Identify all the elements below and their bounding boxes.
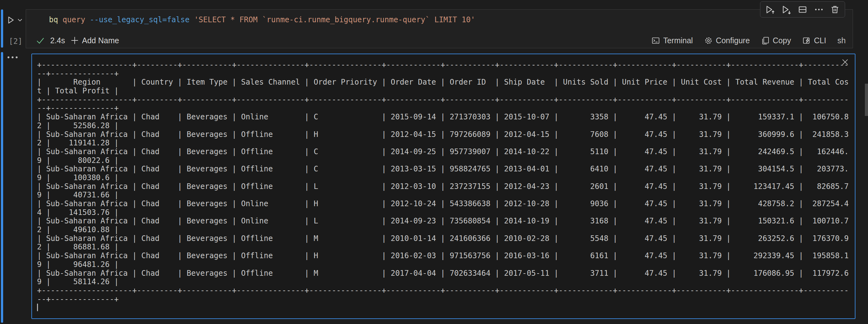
dot-icon — [11, 57, 13, 58]
cli-lightning-icon — [802, 36, 811, 45]
check-icon — [36, 37, 44, 44]
command-line[interactable]: bq query --use_legacy_sql=false 'SELECT … — [49, 14, 475, 25]
execution-duration: 2.4s — [50, 36, 65, 45]
output-menu-button[interactable] — [7, 55, 18, 60]
language-picker[interactable]: sh — [838, 36, 846, 45]
add-name-label: Add Name — [82, 36, 119, 45]
terminal-line: | Sub-Saharan Africa | Chad | Beverages … — [37, 165, 852, 174]
terminal-label: Terminal — [663, 36, 692, 45]
plus-icon — [71, 36, 79, 45]
terminal-line: | Sub-Saharan Africa | Chad | Beverages … — [37, 217, 852, 226]
terminal-line: t | Total Profit | — [37, 87, 852, 96]
terminal-line: 9 | 80022.6 | — [37, 156, 852, 165]
terminal-output: +--------------------+---------+--------… — [37, 61, 852, 317]
cli-button[interactable]: CLI — [802, 36, 826, 45]
cell-output-terminal[interactable]: +--------------------+---------+--------… — [31, 53, 856, 319]
terminal-line: 4 | 141503.76 | — [37, 208, 852, 217]
command-token: 'SELECT * FROM `runme-ci.runme_bigquery.… — [194, 15, 475, 24]
split-cell-button[interactable] — [798, 5, 807, 14]
play-icon — [7, 16, 15, 25]
terminal-line: +--------------------+---------+--------… — [37, 61, 852, 70]
code-cell: bq query --use_legacy_sql=false 'SELECT … — [26, 9, 853, 48]
terminal-line: 2 | 49610.88 | — [37, 226, 852, 235]
terminal-line: +--------------------+---------+--------… — [37, 96, 852, 104]
terminal-line: | Region | Country | Item Type | Sales C… — [37, 78, 852, 87]
cli-label: CLI — [814, 36, 826, 45]
cell-status-bar: 2.4s Add Name Terminal — [26, 33, 852, 48]
add-name-button[interactable]: Add Name — [71, 36, 119, 45]
notebook-stage: [2] bq query --use_legacy_sql=false 'SEL… — [0, 0, 868, 324]
terminal-line: | Sub-Saharan Africa | Chad | Beverages … — [37, 235, 852, 243]
configure-button[interactable]: Configure — [704, 36, 750, 45]
command-token: query — [62, 15, 90, 24]
terminal-line: 2 | 52586.28 | — [37, 121, 852, 130]
terminal-line: | Sub-Saharan Africa | Chad | Beverages … — [37, 252, 852, 260]
chevron-down-icon[interactable] — [18, 19, 22, 22]
cell-focus-bar — [1, 9, 3, 48]
dot-icon — [7, 57, 9, 58]
copy-label: Copy — [773, 36, 791, 45]
terminal-line: | Sub-Saharan Africa | Chad | Beverages … — [37, 113, 852, 121]
terminal-line: | Sub-Saharan Africa | Chad | Beverages … — [37, 130, 852, 139]
command-token: --use_legacy_sql=false — [90, 15, 194, 24]
output-focus-bar — [1, 52, 3, 323]
dot-icon — [16, 57, 18, 58]
terminal-line: 9 | 100380.6 | — [37, 174, 852, 182]
terminal-line: | Sub-Saharan Africa | Chad | Beverages … — [37, 269, 852, 278]
terminal-button[interactable]: Terminal — [651, 36, 692, 45]
status-right: Terminal Configure Copy — [651, 36, 846, 45]
terminal-line: --+--------------+ — [37, 295, 852, 304]
status-left: 2.4s Add Name — [36, 36, 119, 45]
terminal-line: --+--------------+ — [37, 70, 852, 78]
terminal-line: | Sub-Saharan Africa | Chad | Beverages … — [37, 148, 852, 156]
copy-button[interactable]: Copy — [761, 36, 791, 45]
scrollbar-thumb[interactable] — [865, 84, 868, 116]
gear-icon — [704, 36, 713, 45]
cell-toolbar — [760, 1, 845, 17]
more-actions-button[interactable] — [814, 5, 824, 14]
execute-below-button[interactable] — [782, 5, 792, 14]
terminal-line: +--------------------+---------+--------… — [37, 286, 852, 295]
terminal-cursor-line — [37, 303, 852, 313]
execute-above-button[interactable] — [765, 5, 775, 14]
terminal-line: 9 | 96481.26 | — [37, 260, 852, 269]
terminal-line: | Sub-Saharan Africa | Chad | Beverages … — [37, 182, 852, 191]
copy-icon — [761, 36, 770, 45]
terminal-line: 2 | 86881.68 | — [37, 243, 852, 252]
execution-count: [2] — [9, 37, 22, 46]
terminal-line: --+--------------+ — [37, 104, 852, 113]
terminal-icon — [651, 36, 660, 45]
delete-cell-button[interactable] — [830, 5, 840, 14]
command-token: bq — [49, 15, 62, 24]
run-cell-button[interactable] — [7, 16, 23, 25]
terminal-line: 9 | 40731.66 | — [37, 191, 852, 200]
terminal-line: | Sub-Saharan Africa | Chad | Beverages … — [37, 200, 852, 208]
terminal-cursor — [37, 303, 38, 311]
configure-label: Configure — [716, 36, 750, 45]
terminal-line: 2 | 119141.28 | — [37, 139, 852, 148]
terminal-line: 9 | 58114.26 | — [37, 278, 852, 286]
